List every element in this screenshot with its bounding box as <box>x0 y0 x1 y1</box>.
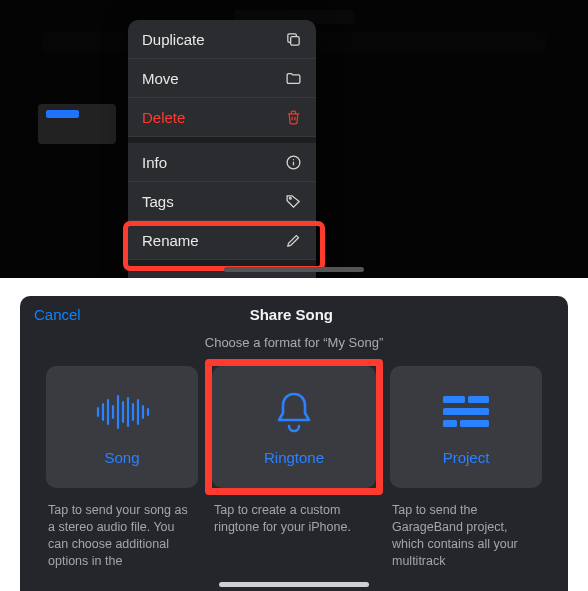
sheet-subhead: Choose a format for “My Song” <box>20 335 568 350</box>
menu-item-tags[interactable]: Tags <box>128 182 316 221</box>
card-desc: Tap to create a custom ringtone for your… <box>212 502 376 536</box>
menu-item-delete[interactable]: Delete <box>128 98 316 137</box>
svg-rect-17 <box>443 408 489 415</box>
format-card-song-col: Song Tap to send your song as a stereo a… <box>46 366 198 570</box>
menu-item-rename[interactable]: Rename <box>128 221 316 260</box>
sheet-header: Cancel Share Song <box>20 296 568 331</box>
menu-item-label: Tags <box>142 193 174 210</box>
info-icon <box>284 153 302 171</box>
cancel-button[interactable]: Cancel <box>34 306 81 323</box>
trash-icon <box>284 108 302 126</box>
menu-item-label: Rename <box>142 232 199 249</box>
format-card-ringtone-col: Ringtone Tap to create a custom ringtone… <box>212 366 376 570</box>
audio-region <box>46 110 79 118</box>
svg-rect-18 <box>443 420 457 427</box>
share-sheet: Cancel Share Song Choose a format for “M… <box>20 296 568 591</box>
waveform-icon <box>94 389 150 435</box>
card-label: Project <box>443 449 490 466</box>
format-card-project-col: Project Tap to send the GarageBand proje… <box>390 366 542 570</box>
pencil-icon <box>284 231 302 249</box>
svg-rect-16 <box>468 396 489 403</box>
card-label: Ringtone <box>264 449 324 466</box>
card-label: Song <box>104 449 139 466</box>
format-cards-row: Song Tap to send your song as a stereo a… <box>20 366 568 570</box>
menu-item-label: Move <box>142 70 179 87</box>
context-menu: Duplicate Move Delete <box>128 20 316 278</box>
menu-item-label: Delete <box>142 109 185 126</box>
svg-point-2 <box>292 159 293 160</box>
format-card-ringtone[interactable]: Ringtone <box>212 366 376 488</box>
home-indicator[interactable] <box>219 582 369 587</box>
svg-rect-0 <box>290 36 299 45</box>
share-song-panel: Cancel Share Song Choose a format for “M… <box>0 278 588 591</box>
menu-item-label: Info <box>142 154 167 171</box>
tracks-icon <box>440 389 492 435</box>
folder-icon <box>284 69 302 87</box>
svg-rect-15 <box>443 396 465 403</box>
svg-point-3 <box>289 197 291 199</box>
tag-icon <box>284 192 302 210</box>
song-thumbnail[interactable] <box>38 104 116 144</box>
app-background: Duplicate Move Delete <box>0 0 588 278</box>
menu-item-label: Duplicate <box>142 31 205 48</box>
svg-rect-19 <box>460 420 489 427</box>
sheet-title: Share Song <box>250 306 333 323</box>
home-indicator[interactable] <box>224 267 364 272</box>
card-desc: Tap to send the GarageBand project, whic… <box>390 502 542 570</box>
menu-item-info[interactable]: Info <box>128 143 316 182</box>
menu-item-duplicate[interactable]: Duplicate <box>128 20 316 59</box>
bell-icon <box>271 389 317 435</box>
card-desc: Tap to send your song as a stereo audio … <box>46 502 198 570</box>
menu-item-move[interactable]: Move <box>128 59 316 98</box>
format-card-project[interactable]: Project <box>390 366 542 488</box>
format-card-song[interactable]: Song <box>46 366 198 488</box>
copy-icon <box>284 30 302 48</box>
